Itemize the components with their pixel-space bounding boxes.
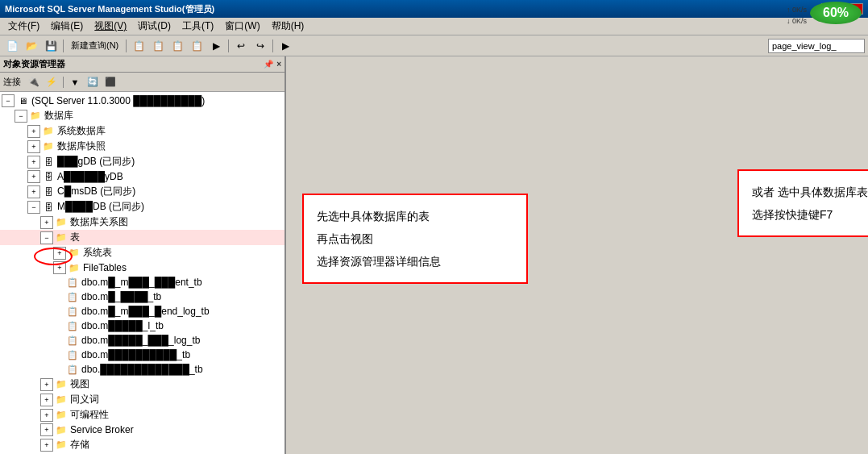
- tree-node[interactable]: +📁可编程性: [0, 407, 284, 423]
- toolbar-btn5[interactable]: ▶: [207, 38, 225, 54]
- tree-node[interactable]: 📋dbo.m█████_l_tb: [0, 319, 284, 333]
- up-speed: 0K/s: [792, 6, 807, 14]
- oe-controls[interactable]: 📌 ×: [264, 60, 281, 69]
- toolbar-undo[interactable]: ↩: [232, 38, 250, 54]
- toolbar-btn1[interactable]: 📋: [130, 38, 147, 54]
- tree-node[interactable]: +📁视图: [0, 377, 284, 392]
- network-badge: 60%: [810, 2, 862, 24]
- tree-node[interactable]: +📁Service Broker: [0, 423, 284, 437]
- node-icon: 📋: [66, 348, 79, 361]
- node-icon: 📁: [55, 394, 68, 406]
- toolbar-sep4: [272, 40, 273, 52]
- node-label: C█msDB (已同步): [57, 185, 135, 198]
- tree-node[interactable]: +📁系统表: [0, 245, 284, 260]
- node-label: dbo.█████████████_tb: [81, 364, 203, 375]
- expand-icon[interactable]: −: [40, 231, 53, 244]
- node-label: M████DB (已同步): [57, 200, 144, 214]
- oe-filter-btn[interactable]: ▼: [67, 75, 83, 90]
- toolbar-new-query[interactable]: 新建查询(N): [67, 38, 123, 54]
- menu-file[interactable]: 文件(F): [3, 18, 44, 35]
- tree-container[interactable]: −🖥(SQL Server 11.0.3000 ██████████)−📁数据库…: [0, 92, 284, 454]
- oe-title-text: 对象资源管理器: [3, 58, 65, 70]
- oe-connect-label[interactable]: 连接: [3, 76, 21, 88]
- expand-icon[interactable]: +: [40, 394, 53, 406]
- tree-node[interactable]: 📋dbo.█████████████_tb: [0, 362, 284, 377]
- expand-icon[interactable]: +: [53, 247, 66, 260]
- expand-icon[interactable]: +: [40, 439, 53, 452]
- expand-icon[interactable]: +: [27, 185, 40, 198]
- tree-node[interactable]: +📁系统数据库: [0, 123, 284, 139]
- node-label: A██████yDB: [57, 171, 123, 182]
- menu-debug[interactable]: 调试(D): [133, 18, 176, 35]
- tree-node[interactable]: +🗄C█msDB (已同步): [0, 184, 284, 199]
- tree-node[interactable]: +🗄███gDB (已同步): [0, 154, 284, 169]
- expand-icon[interactable]: −: [15, 110, 27, 123]
- node-icon: 🗄: [42, 185, 55, 198]
- tree-node[interactable]: 📋dbo.m█_m███_█end_log_tb: [0, 304, 284, 319]
- node-label: 视图: [70, 377, 89, 391]
- expand-icon[interactable]: +: [40, 216, 53, 229]
- tree-node[interactable]: +📁同义词: [0, 392, 284, 407]
- expand-icon[interactable]: +: [27, 140, 40, 153]
- oe-stop-btn[interactable]: ⬛: [102, 75, 118, 90]
- expand-icon[interactable]: −: [2, 94, 15, 107]
- instruction-box-left: 先选中具体数据库的表 再点击视图 选择资源管理器详细信息: [302, 194, 528, 284]
- tree-node[interactable]: −📁表: [0, 230, 284, 245]
- node-icon: 🗄: [42, 156, 55, 169]
- node-icon: 🗄: [42, 170, 55, 183]
- tree-node[interactable]: +📁数据库快照: [0, 139, 284, 154]
- oe-close[interactable]: ×: [276, 60, 281, 69]
- menu-window[interactable]: 窗口(W): [220, 18, 264, 35]
- node-label: dbo.m█_████_tb: [81, 291, 161, 302]
- toolbar-run[interactable]: ▶: [276, 38, 294, 54]
- expand-icon[interactable]: +: [27, 170, 40, 183]
- toolbar-new[interactable]: 📄: [3, 38, 21, 54]
- expand-icon[interactable]: +: [27, 156, 40, 169]
- oe-btn2[interactable]: ⚡: [44, 75, 60, 90]
- toolbar-open[interactable]: 📂: [23, 38, 40, 54]
- toolbar-save[interactable]: 💾: [42, 38, 60, 54]
- oe-refresh-btn[interactable]: 🔄: [85, 75, 101, 90]
- node-label: dbo.m█████_l_tb: [81, 320, 164, 331]
- node-label: 数据库关系图: [70, 215, 128, 229]
- menu-edit[interactable]: 编辑(E): [46, 18, 88, 35]
- expand-icon[interactable]: +: [53, 261, 66, 274]
- tree-node[interactable]: 📋dbo.m█_m███_███ent_tb: [0, 275, 284, 289]
- tree-node[interactable]: +📁FileTables: [0, 260, 284, 275]
- toolbar-btn4[interactable]: 📋: [188, 38, 206, 54]
- expand-icon[interactable]: −: [27, 201, 40, 214]
- db-input[interactable]: [768, 39, 865, 53]
- node-label: 可编程性: [70, 408, 109, 422]
- node-label: dbo.m█_m███_█end_log_tb: [81, 306, 210, 317]
- tree-node[interactable]: +🗄A██████yDB: [0, 169, 284, 184]
- toolbar-sep1: [63, 40, 64, 52]
- title-bar: Microsoft SQL Server Management Studio(管…: [0, 0, 868, 18]
- expand-icon[interactable]: +: [40, 423, 53, 436]
- tree-node[interactable]: +📁数据库关系图: [0, 215, 284, 230]
- tree-node[interactable]: 📋dbo.m█████_███_log_tb: [0, 333, 284, 348]
- toolbar-btn3[interactable]: 📋: [168, 38, 186, 54]
- node-icon: 📋: [66, 276, 79, 289]
- expand-icon[interactable]: +: [27, 125, 40, 138]
- menu-help[interactable]: 帮助(H): [267, 18, 309, 35]
- node-label: dbo.m█████_███_log_tb: [81, 335, 200, 346]
- toolbar-redo[interactable]: ↪: [251, 38, 269, 54]
- tree-node[interactable]: 📋dbo.m██████████_tb: [0, 348, 284, 362]
- instruction-right-line2: 选择按快捷键F7: [752, 203, 868, 226]
- tree-node[interactable]: 📋dbo.m█_████_tb: [0, 289, 284, 304]
- tree-node[interactable]: −🖥(SQL Server 11.0.3000 ██████████): [0, 94, 284, 108]
- right-panel: 先选中具体数据库的表 再点击视图 选择资源管理器详细信息 或者 选中具体数据库表…: [286, 56, 868, 454]
- node-label: dbo.m██████████_tb: [81, 349, 190, 360]
- menu-tools[interactable]: 工具(T): [177, 18, 218, 35]
- oe-pin[interactable]: 📌: [264, 60, 273, 69]
- expand-icon[interactable]: +: [40, 409, 53, 422]
- oe-btn1[interactable]: 🔌: [26, 75, 42, 90]
- toolbar-btn2[interactable]: 📋: [149, 38, 167, 54]
- tree-node[interactable]: +📁存储: [0, 437, 284, 452]
- node-icon: 📁: [55, 378, 68, 391]
- object-explorer: 对象资源管理器 📌 × 连接 🔌 ⚡ ▼ 🔄 ⬛ −🖥(SQL Server 1…: [0, 56, 286, 454]
- menu-view[interactable]: 视图(V): [89, 18, 131, 35]
- expand-icon[interactable]: +: [40, 378, 53, 391]
- tree-node[interactable]: −📁数据库: [0, 108, 284, 123]
- tree-node[interactable]: −🗄M████DB (已同步): [0, 199, 284, 215]
